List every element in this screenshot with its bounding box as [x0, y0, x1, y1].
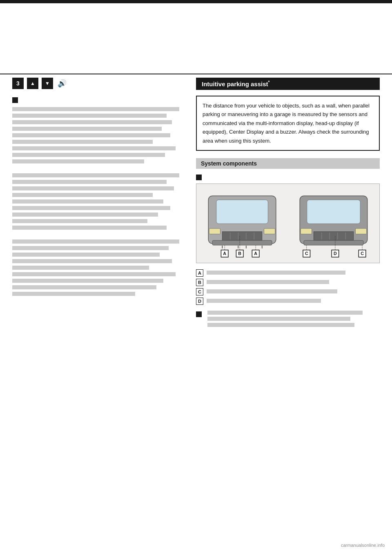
car-diagram: A B A: [196, 184, 380, 263]
svg-rect-13: [212, 240, 272, 245]
component-item-c: C: [196, 288, 380, 295]
component-c-text: [207, 289, 337, 293]
bullet-square: [12, 97, 18, 103]
svg-rect-22: [314, 232, 353, 240]
system-components-label: System components: [201, 160, 257, 167]
section-title-text: Intuitive parking assist: [202, 81, 268, 87]
svg-text:A: A: [254, 251, 257, 256]
speaker-icon[interactable]: 🔊: [56, 78, 68, 89]
bottom-text-2: [207, 317, 350, 321]
bottom-text-3: [207, 323, 354, 327]
component-list: A B C D: [196, 269, 380, 305]
diagram-bullet-square: [196, 175, 202, 180]
diagram-bullet: [196, 174, 380, 180]
component-a-text: [207, 271, 345, 275]
svg-rect-7: [209, 228, 220, 234]
watermark: carmanualsonline.info: [341, 543, 385, 548]
info-box-text: The distance from your vehicle to object…: [203, 103, 370, 144]
up-arrow-icon[interactable]: ▲: [27, 78, 38, 89]
left-column: 3 ▲ ▼ 🔊: [12, 78, 188, 306]
svg-rect-1: [216, 200, 268, 224]
svg-text:B: B: [238, 251, 241, 256]
badge-c: C: [196, 288, 203, 295]
badge-d: D: [196, 298, 203, 305]
watermark-text: carmanualsonline.info: [341, 543, 385, 548]
svg-rect-27: [301, 228, 312, 234]
bottom-bullet: [196, 311, 380, 327]
left-section-bullet: [12, 96, 188, 103]
section-title-banner: Intuitive parking assist*: [196, 78, 380, 90]
system-components-header: System components: [196, 158, 380, 169]
h-rule: [0, 74, 392, 74]
down-arrow-icon[interactable]: ▼: [42, 78, 53, 89]
nav-icons-row: 3 ▲ ▼ 🔊: [12, 78, 188, 89]
component-item-a: A: [196, 269, 380, 277]
info-box: The distance from your vehicle to object…: [196, 96, 380, 151]
right-column: Intuitive parking assist* The distance f…: [196, 78, 380, 331]
svg-text:C: C: [361, 251, 364, 256]
left-body-text: [12, 107, 188, 296]
svg-text:C: C: [305, 251, 308, 256]
component-d-text: [207, 299, 321, 303]
component-b-text: [207, 280, 329, 284]
bottom-bullet-square: [196, 311, 202, 317]
svg-rect-2: [222, 232, 262, 240]
svg-rect-8: [264, 228, 275, 234]
title-superscript: *: [268, 80, 270, 85]
svg-text:A: A: [223, 251, 226, 256]
component-item-b: B: [196, 278, 380, 286]
chapter-number-icon: 3: [12, 78, 24, 89]
cars-diagram-svg: A B A: [196, 184, 379, 260]
svg-rect-29: [304, 240, 363, 245]
svg-rect-28: [356, 228, 367, 234]
badge-a: A: [196, 269, 203, 277]
bottom-text-1: [207, 311, 363, 315]
svg-text:D: D: [334, 251, 337, 256]
svg-rect-21: [307, 200, 360, 224]
page-container: 3 ▲ ▼ 🔊: [0, 0, 392, 555]
badge-b: B: [196, 279, 203, 286]
top-border: [0, 0, 392, 3]
component-item-d: D: [196, 297, 380, 305]
